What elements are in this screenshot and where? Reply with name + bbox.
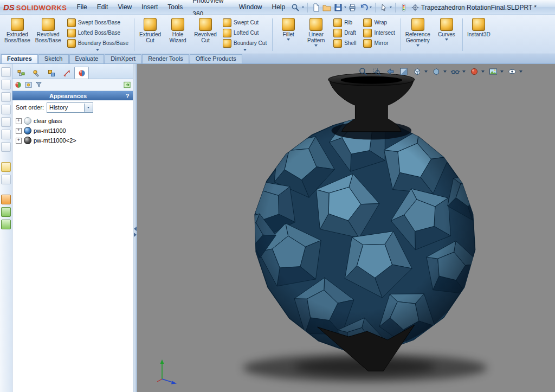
zoom-to-area-icon[interactable] <box>371 66 383 78</box>
dimxpertmanager-tab[interactable] <box>59 67 74 79</box>
tab-evaluate[interactable]: Evaluate <box>69 54 105 63</box>
menu-help[interactable]: Help <box>267 1 289 14</box>
splitter-handle[interactable] <box>134 227 137 237</box>
select-flyout-caret-icon[interactable] <box>390 7 392 8</box>
sort-order-select[interactable]: History <box>47 102 93 113</box>
rib-button[interactable]: Rib <box>331 17 358 28</box>
lofted-boss-base-button[interactable]: Lofted Boss/Base <box>65 28 131 38</box>
graphics-viewport[interactable] <box>137 64 555 392</box>
chevron-down-icon[interactable] <box>519 70 522 73</box>
side-tool-icon[interactable] <box>1 92 11 102</box>
flyout-caret-icon[interactable] <box>287 38 290 41</box>
side-tool-icon[interactable] <box>1 117 11 127</box>
combo-dropdown-button[interactable] <box>84 104 93 112</box>
featuremanager-tree-tab[interactable] <box>14 67 28 79</box>
display-pane-toggle-icon[interactable] <box>123 81 131 89</box>
flyout-caret-icon[interactable] <box>243 49 247 51</box>
extruded-cut-button[interactable]: Extruded Cut <box>137 16 164 53</box>
flyout-caret-icon[interactable] <box>96 49 99 51</box>
revolved-boss-base-button[interactable]: Revolved Boss/Base <box>33 16 63 53</box>
panel-splitter[interactable] <box>133 64 137 392</box>
side-tool-icon[interactable] <box>1 207 11 217</box>
save-flyout-caret-icon[interactable] <box>344 7 346 8</box>
apply-scene-icon[interactable] <box>487 66 499 78</box>
displaymanager-tab[interactable] <box>74 67 89 79</box>
edit-appearance-icon[interactable] <box>468 66 480 78</box>
undo-icon[interactable] <box>358 2 368 14</box>
intersect-button[interactable]: Intersect <box>361 28 397 38</box>
search-flyout-caret-icon[interactable] <box>302 7 304 8</box>
zoom-fit-icon[interactable] <box>357 66 369 78</box>
side-tool-icon[interactable] <box>1 220 11 229</box>
curves-button[interactable]: Curves <box>433 16 460 53</box>
side-tool-icon[interactable] <box>1 195 11 204</box>
view-scene-lights-icon[interactable] <box>35 81 43 89</box>
expand-icon[interactable]: + <box>16 138 22 144</box>
tab-features[interactable]: Features <box>1 54 38 63</box>
reference-geometry-button[interactable]: Reference Geometry <box>403 16 433 53</box>
side-tool-icon[interactable] <box>1 67 11 77</box>
wrap-button[interactable]: Wrap <box>361 17 397 28</box>
swept-cut-button[interactable]: Swept Cut <box>221 17 269 28</box>
boundary-cut-button[interactable]: Boundary Cut <box>221 38 269 48</box>
select-arrow-icon[interactable] <box>379 2 389 14</box>
tab-render-tools[interactable]: Render Tools <box>142 54 189 63</box>
tab-dimxpert[interactable]: DimXpert <box>105 54 141 63</box>
side-tool-icon[interactable] <box>1 142 11 152</box>
save-icon[interactable] <box>333 2 343 14</box>
side-tool-icon[interactable] <box>1 130 11 139</box>
options-gear-icon[interactable] <box>410 2 420 14</box>
side-tool-icon[interactable] <box>1 162 11 172</box>
tree-item-pw-mt11000-2[interactable]: + pw-mt11000<2> <box>16 136 133 145</box>
hide-show-items-icon[interactable] <box>449 66 461 78</box>
shell-button[interactable]: Shell <box>331 38 358 48</box>
propertymanager-tab[interactable] <box>29 67 43 79</box>
menu-insert[interactable]: Insert <box>137 1 162 14</box>
side-tool-icon[interactable] <box>1 105 11 114</box>
expand-icon[interactable]: + <box>16 118 22 124</box>
view-appearances-icon[interactable] <box>14 81 22 89</box>
section-view-icon[interactable] <box>398 66 410 78</box>
tree-item-pw-mt11000[interactable]: + pw-mt11000 <box>16 126 133 136</box>
help-button[interactable]: ? <box>124 93 131 99</box>
menu-view[interactable]: View <box>113 1 136 14</box>
previous-view-icon[interactable] <box>384 66 396 78</box>
menu-window[interactable]: Window <box>235 1 267 14</box>
flyout-caret-icon[interactable] <box>314 44 318 47</box>
menu-tools[interactable]: Tools <box>163 1 187 14</box>
view-orientation-icon[interactable] <box>411 66 423 78</box>
chevron-down-icon[interactable] <box>500 70 504 73</box>
view-decals-icon[interactable] <box>24 81 33 89</box>
flyout-caret-icon[interactable] <box>445 38 448 41</box>
chevron-down-icon[interactable] <box>481 70 485 73</box>
display-style-icon[interactable] <box>430 66 442 78</box>
search-icon[interactable] <box>291 2 300 14</box>
menu-edit[interactable]: Edit <box>93 1 113 14</box>
chevron-down-icon[interactable] <box>424 70 428 73</box>
chevron-down-icon[interactable] <box>443 70 447 73</box>
new-document-icon[interactable] <box>311 2 320 14</box>
tab-office-products[interactable]: Office Products <box>190 54 242 63</box>
extruded-boss-base-button[interactable]: Extruded Boss/Base <box>2 16 33 53</box>
expand-icon[interactable]: + <box>16 128 22 134</box>
revolved-cut-button[interactable]: Revolved Cut <box>192 16 219 53</box>
tree-item-clear-glass[interactable]: + clear glass <box>16 116 133 126</box>
swept-boss-base-button[interactable]: Swept Boss/Base <box>65 17 131 28</box>
boundary-boss-base-button[interactable]: Boundary Boss/Base <box>65 38 131 48</box>
mirror-button[interactable]: Mirror <box>361 38 397 48</box>
side-tool-icon[interactable] <box>1 80 11 89</box>
lofted-cut-button[interactable]: Lofted Cut <box>221 28 269 38</box>
tab-sketch[interactable]: Sketch <box>38 54 69 63</box>
side-tool-icon[interactable] <box>1 175 11 184</box>
configurationmanager-tab[interactable] <box>44 67 59 79</box>
print-icon[interactable] <box>347 2 357 14</box>
draft-button[interactable]: Draft <box>331 28 358 38</box>
view-settings-icon[interactable] <box>506 66 518 78</box>
fillet-button[interactable]: Fillet <box>275 16 302 53</box>
instant3d-button[interactable]: Instant3D <box>465 16 493 53</box>
flyout-caret-icon[interactable] <box>416 44 420 47</box>
open-icon[interactable] <box>322 2 332 14</box>
chevron-down-icon[interactable] <box>462 70 466 73</box>
rebuild-icon[interactable] <box>399 2 409 14</box>
hole-wizard-button[interactable]: Hole Wizard <box>164 16 191 53</box>
